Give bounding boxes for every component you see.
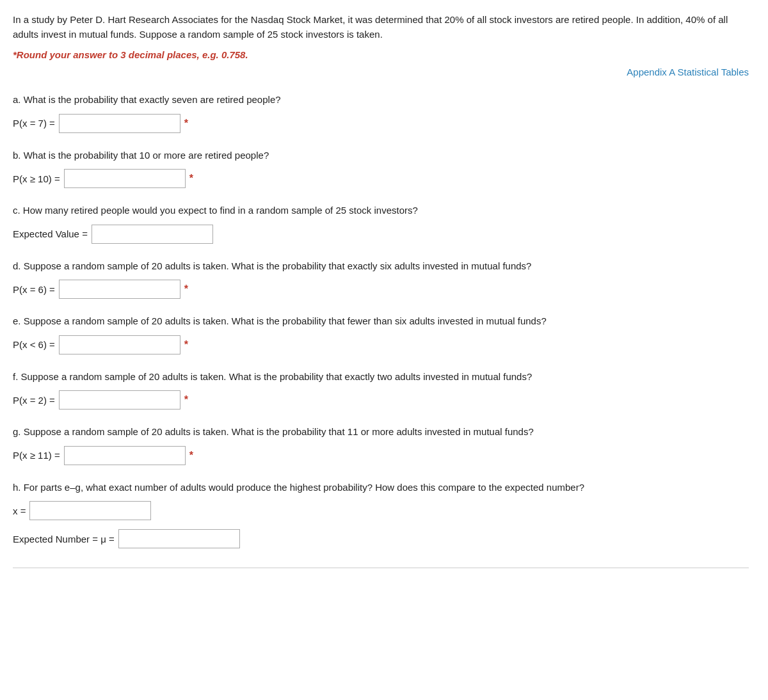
question-a-input[interactable] bbox=[59, 114, 180, 133]
question-d-label: P(x = 6) = bbox=[13, 284, 55, 295]
question-c-input[interactable] bbox=[92, 225, 213, 244]
question-e-label: P(x < 6) = bbox=[13, 339, 55, 350]
question-f: f. Suppose a random sample of 20 adults … bbox=[13, 370, 749, 410]
question-d-input[interactable] bbox=[59, 280, 180, 299]
question-g-text: g. Suppose a random sample of 20 adults … bbox=[13, 425, 749, 440]
question-b-input[interactable] bbox=[64, 169, 186, 188]
question-c-label: Expected Value = bbox=[13, 228, 88, 239]
question-a: a. What is the probability that exactly … bbox=[13, 93, 749, 133]
question-b-label: P(x ≥ 10) = bbox=[13, 173, 60, 184]
question-d-required: * bbox=[184, 283, 188, 295]
question-f-required: * bbox=[184, 394, 188, 406]
question-b-required: * bbox=[189, 173, 193, 184]
question-g-required: * bbox=[189, 450, 193, 461]
question-h-x-label: x = bbox=[13, 505, 26, 516]
round-note: *Round your answer to 3 decimal places, … bbox=[13, 49, 749, 60]
question-d: d. Suppose a random sample of 20 adults … bbox=[13, 259, 749, 299]
question-h-expected-label: Expected Number = μ = bbox=[13, 534, 115, 545]
question-d-text: d. Suppose a random sample of 20 adults … bbox=[13, 259, 749, 274]
question-c-text: c. How many retired people would you exp… bbox=[13, 203, 749, 218]
question-a-required: * bbox=[184, 118, 188, 129]
question-a-text: a. What is the probability that exactly … bbox=[13, 93, 749, 107]
question-b-text: b. What is the probability that 10 or mo… bbox=[13, 148, 749, 163]
question-f-label: P(x = 2) = bbox=[13, 395, 55, 406]
intro-text: In a study by Peter D. Hart Research Ass… bbox=[13, 13, 749, 42]
question-e-text: e. Suppose a random sample of 20 adults … bbox=[13, 314, 749, 329]
question-g: g. Suppose a random sample of 20 adults … bbox=[13, 425, 749, 465]
question-f-input[interactable] bbox=[59, 390, 180, 410]
question-g-label: P(x ≥ 11) = bbox=[13, 450, 60, 461]
question-h-text: h. For parts e–g, what exact number of a… bbox=[13, 481, 749, 495]
question-h-x-input[interactable] bbox=[29, 501, 151, 520]
question-f-text: f. Suppose a random sample of 20 adults … bbox=[13, 370, 749, 385]
appendix-link[interactable]: Appendix A Statistical Tables bbox=[627, 67, 749, 77]
question-e: e. Suppose a random sample of 20 adults … bbox=[13, 314, 749, 354]
question-g-input[interactable] bbox=[64, 446, 186, 465]
question-h-expected-input[interactable] bbox=[118, 529, 240, 548]
question-a-label: P(x = 7) = bbox=[13, 118, 55, 129]
question-e-input[interactable] bbox=[59, 335, 180, 354]
question-e-required: * bbox=[184, 339, 188, 351]
question-h: h. For parts e–g, what exact number of a… bbox=[13, 481, 749, 549]
question-c: c. How many retired people would you exp… bbox=[13, 203, 749, 244]
question-b: b. What is the probability that 10 or mo… bbox=[13, 148, 749, 189]
bottom-divider bbox=[13, 568, 749, 568]
